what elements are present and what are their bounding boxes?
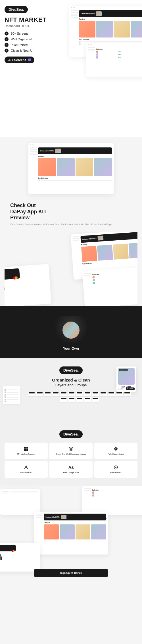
- mock-screen-top-left: [0, 489, 40, 515]
- feature-item: ✓Clean & Neat UI: [5, 49, 53, 53]
- grid-icon: [24, 447, 28, 451]
- feature-list: ✓30+ Screens ✓Well Organized ✓Pixel Perf…: [5, 32, 53, 53]
- mock-hero-bar: Create and Sell NFTs: [38, 147, 112, 154]
- layers-icon: [69, 447, 73, 451]
- screens-grid-mock: [5, 392, 137, 402]
- feature-card-customizable: Fully Customizable: [94, 443, 137, 459]
- mock-dashboard-screen-2: Create and Sell NFTs Trending Top Collec…: [28, 143, 114, 194]
- features-section: DiveSea. 30+ Modern Screens Clean And We…: [0, 422, 142, 486]
- brand-badge: DiveSea.: [59, 366, 83, 374]
- brand-badge: DiveSea.: [5, 6, 28, 13]
- svg-rect-2: [24, 449, 26, 451]
- check-icon: ✓: [5, 37, 9, 41]
- recent-activity-label: Recent Activity: [99, 518, 107, 519]
- organized-section: DiveSea. Organized & Clean Layers and Gr…: [0, 358, 142, 422]
- brand-badge: DiveSea.: [59, 430, 83, 438]
- feature-item: ✓Well Organized: [5, 37, 53, 41]
- hero-section: DiveSea. NFT MARKET Dashboard UI KIT ✓30…: [0, 0, 142, 137]
- mock-collection-label: Collection: [96, 48, 142, 50]
- hero-subtitle: Dashboard UI KIT: [5, 24, 53, 28]
- font-icon: Aa: [69, 465, 73, 470]
- check-icon: ✓: [5, 32, 9, 36]
- diamond-icon: [114, 447, 118, 451]
- mock-dashboard-center: Create and Sell NFTs Trending Recent Act…: [34, 512, 108, 555]
- svg-rect-0: [24, 447, 26, 449]
- feature-item: ✓Pixel Perfect: [5, 43, 53, 47]
- vector-icon: [24, 465, 28, 470]
- signup-banner: Sign Up To DaPay: [34, 569, 108, 577]
- svg-point-4: [115, 448, 116, 449]
- bar-chart-mock: [5, 278, 48, 290]
- nft-card-sample: 07h 09m 12s Sun-Glass ◆ 1.75 PLACE BID: [116, 366, 136, 392]
- mock-collection-top-right: Collection: [82, 486, 142, 515]
- feature-card-font: Aa Free Google Font: [49, 461, 93, 478]
- mastercard-icon: [13, 276, 18, 280]
- hero-title: NFT MARKET: [5, 16, 53, 24]
- screens-badge: 30+ Screens: [5, 57, 34, 63]
- bottom-mocks-section: Collection Create and Sell NFTs Trending…: [0, 486, 142, 577]
- target-icon: [114, 465, 118, 470]
- preview-description: View Detailed Screens And App Kit Previe…: [10, 223, 132, 226]
- mock-wallet-screen: 💳 •••• •••• ••••: [5, 264, 51, 306]
- mock-hero-bar: Create and Sell NFTs: [79, 10, 142, 17]
- feature-card-layers: Clean And Well Organized Layers: [49, 443, 93, 459]
- mock-wallet-bottom-left: ••••: [0, 543, 40, 572]
- figma-icon: [28, 59, 31, 61]
- place-bid-button[interactable]: PLACE BID: [126, 387, 135, 390]
- preview-section: Create and Sell NFTs Trending Top Collec…: [0, 137, 142, 306]
- check-icon: ✓: [5, 49, 9, 53]
- feature-item: ✓30+ Screens: [5, 32, 53, 36]
- feature-card-pixel: Pixel Perfect: [94, 461, 137, 478]
- mock-trending-label: Trending: [79, 18, 142, 20]
- layers-panel-mock: [3, 386, 20, 404]
- dark-orb-card: [54, 316, 88, 344]
- svg-point-6: [115, 467, 116, 468]
- dark-hero-section: allet Your Own: [0, 306, 142, 358]
- mock-top-collection-label: Top Collection: [79, 39, 142, 40]
- check-icon: ✓: [5, 43, 9, 47]
- orb-graphic: [62, 322, 80, 339]
- feature-card-screens: 30+ Modern Screens: [5, 443, 48, 459]
- mock-collection-tilted: Collection: [82, 266, 137, 306]
- svg-rect-3: [26, 449, 28, 451]
- credit-card-mock: 💳 •••• •••• ••••: [5, 268, 20, 280]
- mock-collection-screen: Collection +2.3% +1.8% +3.1%: [86, 43, 142, 77]
- nft-timer-badge: 07h 09m 12s: [119, 369, 128, 371]
- your-own-text: Your Own: [5, 347, 137, 351]
- feature-card-vector: Vector Based: [5, 461, 48, 478]
- svg-rect-1: [26, 447, 28, 449]
- preview-text-block: Check Out DaPay App KIT Preview View Det…: [5, 194, 137, 226]
